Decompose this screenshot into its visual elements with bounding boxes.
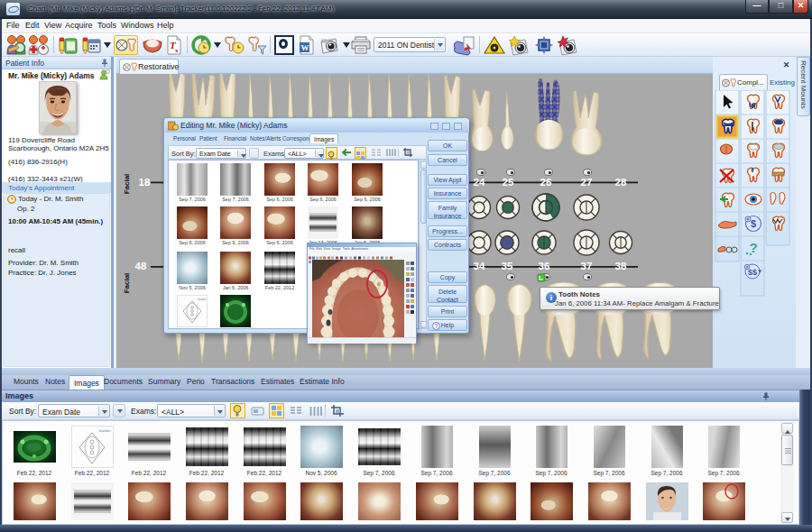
svg-text:x: x [175, 47, 179, 54]
svg-text:48: 48 [135, 261, 147, 271]
svg-text:tracker: tracker [99, 428, 111, 433]
svg-text:27: 27 [581, 177, 593, 188]
svg-text:Facial: Facial [123, 174, 131, 195]
svg-text:25: 25 [503, 177, 514, 188]
svg-text:35: 35 [502, 261, 513, 271]
svg-text:24: 24 [474, 177, 485, 188]
svg-text:?: ? [435, 323, 438, 329]
svg-text:$: $ [751, 218, 756, 229]
svg-text:28: 28 [615, 177, 627, 188]
svg-text:W: W [301, 43, 309, 52]
svg-text:$$: $$ [748, 268, 757, 277]
svg-text:Facial: Facial [123, 273, 131, 294]
svg-text:38: 38 [615, 261, 627, 271]
svg-text:?: ? [749, 240, 757, 255]
svg-text:18: 18 [139, 177, 151, 188]
svg-text:37: 37 [581, 261, 593, 271]
svg-text:tracker: tracker [198, 298, 206, 301]
svg-text:26: 26 [540, 177, 552, 188]
svg-text:36: 36 [539, 261, 550, 271]
svg-text:34: 34 [474, 261, 485, 271]
